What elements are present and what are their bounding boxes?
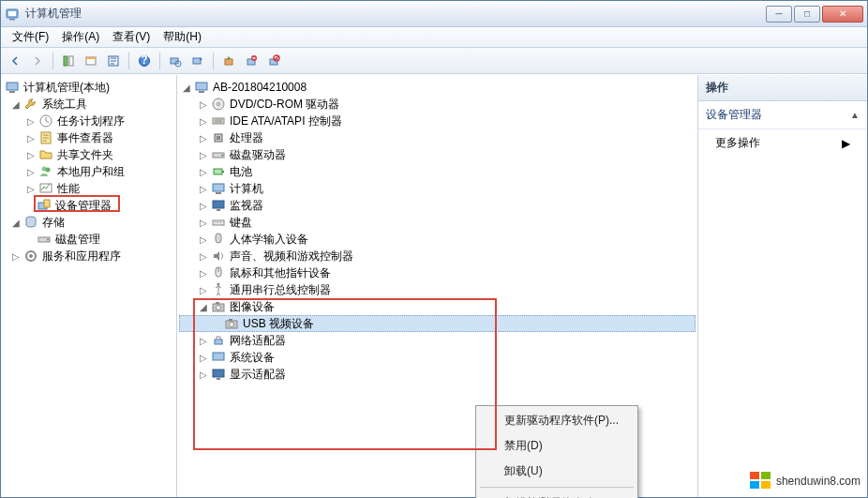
tb-scan2-icon[interactable] [187, 51, 208, 71]
svg-rect-62 [761, 472, 771, 479]
expand-icon[interactable]: ▷ [25, 166, 37, 177]
expand-icon[interactable]: ▷ [198, 200, 209, 211]
storage-icon [23, 215, 38, 230]
tree-task-scheduler[interactable]: ▷ 任务计划程序 [3, 113, 174, 129]
tb-scan-icon[interactable] [165, 51, 186, 71]
expand-icon[interactable]: ▷ [198, 352, 209, 363]
chevron-up-icon: ▲ [850, 110, 860, 120]
dev-sound[interactable]: ▷声音、视频和游戏控制器 [179, 248, 696, 264]
tb-export[interactable] [103, 51, 124, 71]
tree-services[interactable]: ▷ 服务和应用程序 [3, 248, 174, 264]
expand-icon[interactable]: ▷ [198, 183, 209, 194]
dev-usb-video[interactable]: USB 视频设备 [179, 315, 696, 332]
tb-update-driver-icon[interactable] [218, 51, 239, 71]
dev-computer[interactable]: ▷计算机 [179, 180, 696, 197]
tree-storage[interactable]: ◢ 存储 [3, 214, 174, 231]
dev-imaging[interactable]: ◢图像设备 [179, 298, 696, 315]
tree-disk-mgmt[interactable]: 磁盘管理 [3, 231, 174, 248]
expand-icon[interactable]: ▷ [10, 250, 22, 262]
maximize-button[interactable]: □ [794, 6, 820, 23]
expand-icon[interactable]: ▷ [198, 98, 209, 110]
ctx-disable[interactable]: 禁用(D) [478, 433, 636, 459]
menu-view[interactable]: 查看(V) [107, 27, 156, 47]
dev-root[interactable]: ◢ AB-201804210008 [179, 79, 696, 96]
close-button[interactable]: ✕ [822, 6, 863, 23]
ctx-update-driver[interactable]: 更新驱动程序软件(P)... [478, 408, 636, 433]
actions-more[interactable]: 更多操作 ▶ [698, 129, 867, 157]
expand-icon[interactable]: ▷ [198, 115, 209, 127]
dev-usb-ctrl[interactable]: ▷通用串行总线控制器 [179, 281, 696, 298]
svg-rect-46 [217, 209, 220, 211]
collapse-icon[interactable]: ◢ [198, 301, 209, 312]
dev-ide[interactable]: ▷IDE ATA/ATAPI 控制器 [179, 113, 696, 129]
expand-icon[interactable]: ▷ [198, 284, 209, 295]
svg-point-50 [217, 283, 220, 286]
titlebar[interactable]: 计算机管理 ─ □ ✕ [1, 1, 867, 27]
dev-system[interactable]: ▷系统设备 [179, 349, 696, 366]
hdd-icon [211, 147, 226, 162]
collapse-icon[interactable]: ◢ [10, 217, 22, 228]
tree-local-users[interactable]: ▷ 本地用户和组 [3, 163, 174, 180]
actions-section[interactable]: 设备管理器 ▲ [698, 101, 867, 129]
tree-system-tools[interactable]: ◢ 系统工具 [3, 96, 174, 113]
menu-help[interactable]: 帮助(H) [157, 27, 207, 47]
tb-help[interactable]: ? [134, 51, 155, 71]
tree-label: 计算机管理(本地) [22, 80, 112, 96]
tb-back[interactable] [5, 51, 25, 71]
tree-label: USB 视频设备 [241, 316, 316, 332]
tb-uninstall-icon[interactable] [241, 51, 262, 71]
tb-forward[interactable] [27, 51, 48, 71]
expand-icon[interactable]: ▷ [198, 234, 209, 245]
dev-display[interactable]: ▷显示适配器 [179, 366, 696, 383]
tree-label: 系统设备 [228, 350, 277, 366]
display-icon [211, 367, 226, 382]
expand-icon[interactable]: ▷ [198, 217, 209, 228]
expand-icon[interactable]: ▷ [198, 267, 209, 279]
collapse-icon[interactable]: ◢ [181, 82, 192, 93]
dev-mouse[interactable]: ▷鼠标和其他指针设备 [179, 264, 696, 281]
dev-battery[interactable]: ▷电池 [179, 163, 696, 180]
expand-icon[interactable]: ▷ [198, 149, 209, 160]
tree-performance[interactable]: ▷ 性能 [3, 180, 174, 197]
actions-header: 操作 [698, 75, 867, 101]
ctx-uninstall[interactable]: 卸载(U) [478, 459, 636, 484]
collapse-icon[interactable]: ◢ [10, 98, 22, 110]
expand-icon[interactable]: ▷ [25, 115, 37, 127]
tree-device-manager[interactable]: 设备管理器 [3, 197, 174, 214]
expand-icon[interactable]: ▷ [198, 369, 209, 380]
tree-label: 电池 [228, 164, 254, 180]
dev-disk[interactable]: ▷磁盘驱动器 [179, 146, 696, 163]
expand-icon[interactable]: ▷ [25, 183, 37, 194]
menu-file[interactable]: 文件(F) [7, 27, 54, 47]
dev-hid[interactable]: ▷人体学输入设备 [179, 231, 696, 248]
window-controls: ─ □ ✕ [766, 6, 863, 23]
svg-rect-59 [213, 370, 224, 377]
tb-show-hide[interactable] [58, 51, 79, 71]
tree-label: 处理器 [228, 130, 265, 146]
tb-disable-icon[interactable] [263, 51, 284, 71]
expand-icon[interactable]: ▷ [198, 335, 209, 346]
watermark: shenduwin8.com [750, 472, 861, 490]
ctx-scan[interactable]: 扫描检测硬件改动(A) [478, 490, 636, 498]
system-icon [211, 350, 226, 365]
dev-cpu[interactable]: ▷处理器 [179, 129, 696, 146]
tb-properties[interactable] [81, 51, 101, 71]
tree-label: 网络适配器 [228, 333, 288, 349]
expand-icon[interactable]: ▷ [25, 149, 37, 160]
keyboard-icon [211, 215, 226, 230]
dev-keyboard[interactable]: ▷键盘 [179, 214, 696, 231]
tree-root[interactable]: 计算机管理(本地) [3, 79, 174, 96]
tree-label: 事件查看器 [55, 130, 115, 146]
menu-action[interactable]: 操作(A) [56, 27, 105, 47]
expand-icon[interactable]: ▷ [198, 250, 209, 262]
expand-icon[interactable]: ▷ [25, 132, 37, 143]
tree-shared-folders[interactable]: ▷ 共享文件夹 [3, 146, 174, 163]
minimize-button[interactable]: ─ [766, 6, 792, 23]
svg-rect-61 [750, 472, 759, 479]
expand-icon[interactable]: ▷ [198, 166, 209, 177]
dev-monitor[interactable]: ▷监视器 [179, 197, 696, 214]
expand-icon[interactable]: ▷ [198, 132, 209, 143]
tree-event-viewer[interactable]: ▷ 事件查看器 [3, 129, 174, 146]
dev-dvd[interactable]: ▷DVD/CD-ROM 驱动器 [179, 96, 696, 113]
dev-network[interactable]: ▷网络适配器 [179, 332, 696, 349]
